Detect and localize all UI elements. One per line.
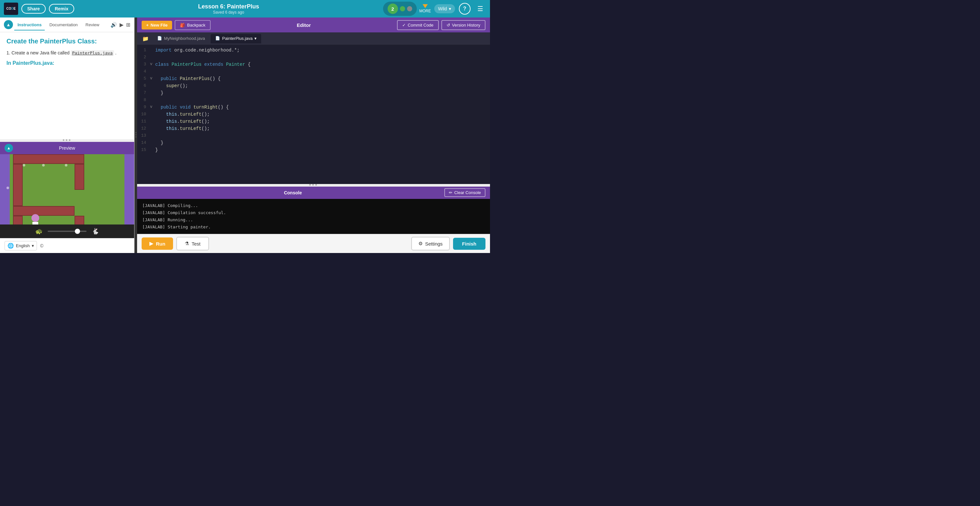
run-label: Run: [156, 241, 165, 246]
preview-controls: 🐢 🐇: [0, 225, 134, 238]
new-file-label: New File: [151, 23, 168, 27]
checkmark-icon: ✓: [402, 23, 406, 27]
instructions-subtitle: In PainterPlus.java:: [6, 60, 128, 66]
progress-dot-2: [407, 6, 412, 11]
clear-console-label: Clear Console: [454, 190, 481, 195]
speed-slider[interactable]: [48, 231, 86, 232]
code-line-10: 10 this.turnLeft();: [137, 111, 490, 119]
preview-title: Preview: [59, 146, 75, 151]
console-line-3: [JAVALAB] Running...: [142, 216, 485, 224]
console-output: [JAVALAB] Compiling... [JAVALAB] Compila…: [137, 199, 490, 234]
hamburger-menu-button[interactable]: ☰: [474, 3, 486, 14]
code-editor[interactable]: 1 import org.code.neighborhood.*; 2 3 v …: [137, 45, 490, 184]
purple-left: [0, 154, 10, 225]
bottom-action-bar: ▶ Run ⚗ Test ⚙ Settings Finish: [137, 234, 490, 253]
main-layout: ▲ Instructions Documentation Review 🔊 ▶ …: [0, 17, 490, 253]
tab-icons: 🔊 ▶ ⊞: [110, 22, 130, 28]
code-line-2: 2: [137, 54, 490, 62]
help-button[interactable]: ?: [459, 3, 471, 14]
user-menu-button[interactable]: Wild ▾: [434, 4, 455, 13]
floor-dot-1: [23, 164, 25, 167]
plus-icon: +: [146, 23, 149, 27]
file-icon-1: 📄: [157, 36, 162, 41]
code-line-8: 8: [137, 97, 490, 104]
console-title: Console: [142, 190, 444, 195]
tab-review[interactable]: Review: [82, 20, 103, 30]
backpack-button[interactable]: 🎒 Backpack: [175, 20, 210, 30]
lesson-info: Lesson 6: PainterPlus Saved 6 days ago: [78, 3, 380, 14]
settings-button[interactable]: ⚙ Settings: [411, 237, 450, 251]
preview-header: ▲ Preview: [0, 142, 134, 154]
copyright-icon: ©: [40, 243, 43, 249]
chevron-down-icon: ▾: [449, 6, 451, 11]
code-line-5: 5 v public PainterPlus() {: [137, 76, 490, 83]
more-label: MORE: [419, 9, 431, 13]
game-canvas: [0, 154, 134, 225]
commit-code-button[interactable]: ✓ Commit Code: [397, 20, 439, 30]
speaker-icon-button[interactable]: 🔊: [110, 22, 117, 28]
instructions-title: Create the PainterPlus Class:: [6, 38, 128, 45]
editor-title: Editor: [213, 22, 395, 28]
panel-up-button[interactable]: ▲: [4, 20, 13, 29]
file-tab-2-label: PainterPlus.java: [222, 36, 253, 41]
console-line-1: [JAVALAB] Compiling...: [142, 202, 485, 209]
backpack-icon: 🎒: [180, 23, 185, 27]
floor-dot-4: [6, 187, 9, 189]
console-line-2: [JAVALAB] Compilation successful.: [142, 209, 485, 216]
progress-area: 2 MORE: [383, 2, 431, 16]
version-label: Version History: [452, 23, 480, 27]
code-line-15: 15 }: [137, 147, 490, 154]
floor-dot-3: [65, 164, 67, 167]
code-line-9: 9 v public void turnRight() {: [137, 104, 490, 111]
speed-thumb: [75, 229, 80, 234]
tab-instructions[interactable]: Instructions: [14, 20, 45, 30]
gear-icon: ⚙: [418, 241, 423, 246]
test-label: Test: [191, 241, 200, 246]
rabbit-icon: 🐇: [92, 228, 99, 235]
share-button[interactable]: Share: [21, 4, 46, 14]
vertical-drag-handle[interactable]: •••: [0, 139, 134, 142]
finish-button[interactable]: Finish: [453, 238, 485, 250]
flask-icon: ⚗: [185, 241, 189, 246]
more-triangle-icon: [423, 4, 428, 8]
file-tabs: 📁 📄 MyNeighborhood.java 📄 PainterPlus.ja…: [137, 32, 490, 45]
clear-console-button[interactable]: ✏ Clear Console: [444, 188, 485, 197]
language-label: English: [16, 243, 30, 248]
code-line-11: 11 this.turnLeft();: [137, 119, 490, 126]
file-tab-myneighborhood[interactable]: 📄 MyNeighborhood.java: [153, 34, 209, 43]
console-line-5: [JAVALAB] Starting painter.: [142, 224, 485, 231]
lesson-title: Lesson 6: PainterPlus: [78, 3, 380, 10]
tab-documentation[interactable]: Documentation: [46, 20, 81, 30]
version-history-button[interactable]: ↺ Version History: [441, 20, 485, 30]
logo: CODE: [4, 3, 18, 15]
editor-header: + New File 🎒 Backpack Editor ✓ Commit Co…: [137, 17, 490, 32]
file-tab-painterplus[interactable]: 📄 PainterPlus.java ▾: [211, 34, 261, 43]
code-line-13: 13: [137, 133, 490, 140]
purple-right: [124, 154, 134, 225]
saved-status: Saved 6 days ago: [78, 10, 380, 14]
code-line-7: 7 }: [137, 90, 490, 97]
turtle-icon: 🐢: [35, 228, 43, 235]
code-filename: PainterPlus.java: [71, 50, 114, 56]
play-button[interactable]: ▶: [119, 22, 124, 28]
preview-panel: ▲ Preview: [0, 142, 134, 238]
settings-label: Settings: [425, 241, 443, 246]
folder-icon-button[interactable]: 📁: [140, 34, 151, 43]
brick-wall-right-inner: [75, 164, 84, 190]
pencil-icon: ✏: [449, 190, 452, 195]
horizontal-drag-handle[interactable]: •••: [135, 17, 137, 253]
backpack-label: Backpack: [187, 23, 205, 27]
language-selector[interactable]: 🌐 English ▾: [5, 241, 37, 251]
more-button[interactable]: MORE: [419, 4, 431, 13]
game-scene: [0, 154, 134, 225]
lang-chevron-down-icon: ▾: [32, 243, 34, 248]
test-button[interactable]: ⚗ Test: [176, 237, 209, 251]
translate-icon-button[interactable]: ⊞: [126, 22, 130, 28]
remix-button[interactable]: Remix: [49, 4, 74, 14]
brick-wall-top: [13, 154, 84, 164]
run-button[interactable]: ▶ Run: [142, 238, 173, 250]
new-file-button[interactable]: + New File: [142, 21, 172, 30]
progress-dot-1: [400, 6, 405, 11]
console-drag-handle[interactable]: •••: [137, 184, 490, 187]
preview-up-button[interactable]: ▲: [5, 144, 13, 152]
